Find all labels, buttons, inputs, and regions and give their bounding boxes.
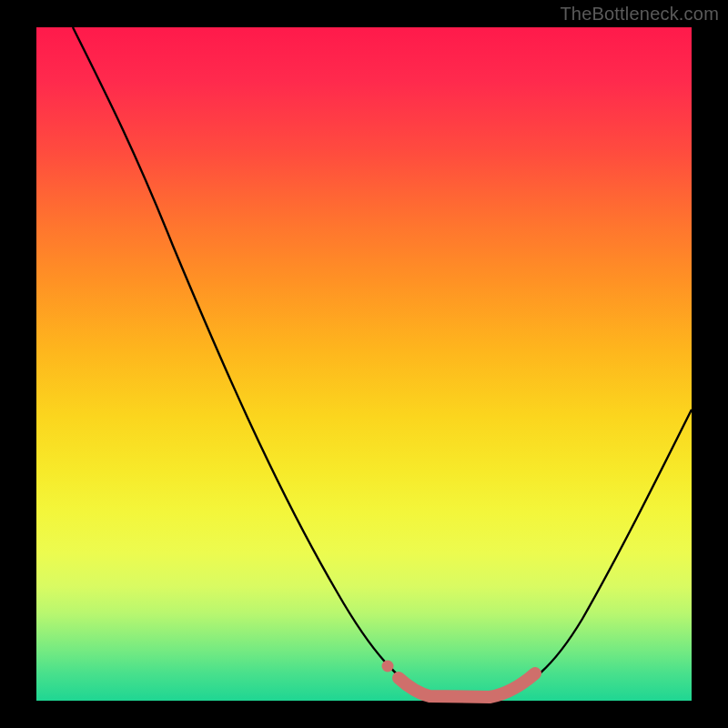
plot-area — [36, 27, 692, 701]
chart-stage: TheBottleneck.com — [0, 0, 728, 728]
watermark-text: TheBottleneck.com — [560, 4, 719, 25]
curve-svg — [36, 27, 692, 701]
optimal-range-marker-dot — [382, 661, 394, 672]
bottleneck-curve-line — [73, 27, 692, 697]
optimal-range-marker — [399, 673, 535, 697]
